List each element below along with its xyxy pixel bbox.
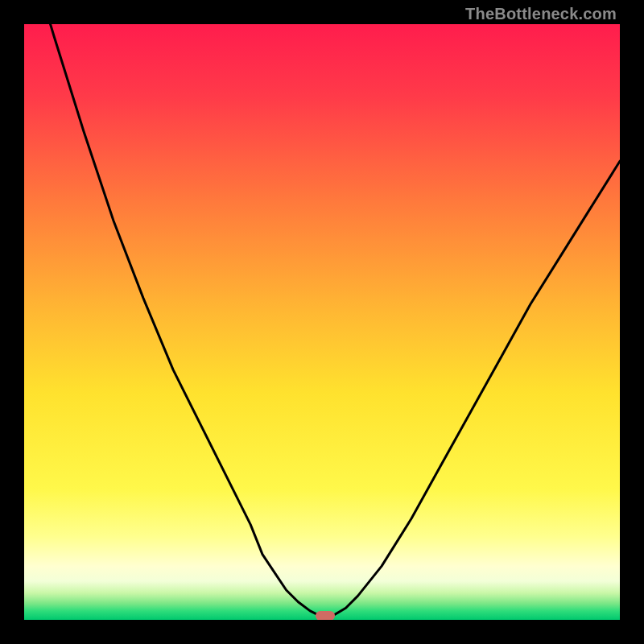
curve-svg bbox=[24, 24, 620, 620]
bottleneck-curve-path bbox=[24, 24, 620, 617]
watermark-text: TheBottleneck.com bbox=[465, 5, 617, 23]
chart-frame: TheBottleneck.com bbox=[0, 0, 644, 644]
plot-area bbox=[24, 24, 620, 620]
minimum-marker bbox=[316, 611, 335, 620]
